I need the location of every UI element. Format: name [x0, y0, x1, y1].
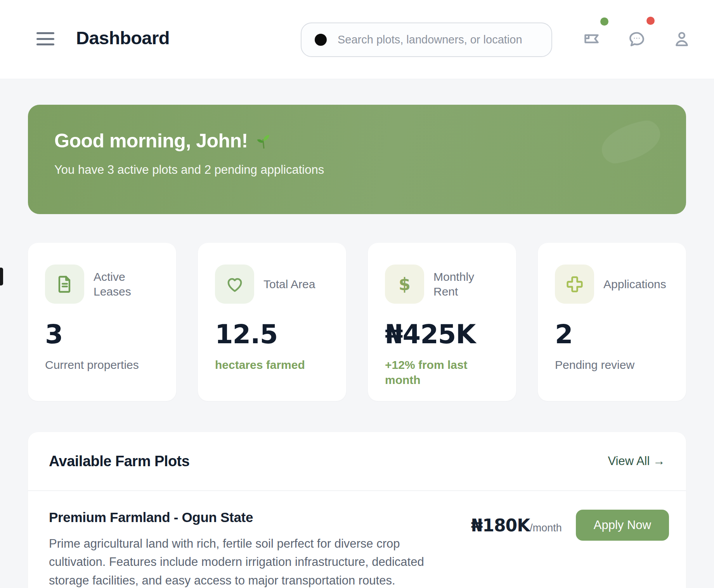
greeting-title: Good morning, John! — [54, 130, 660, 152]
file-text-icon — [45, 265, 84, 304]
stat-value: 3 — [45, 319, 159, 349]
stat-subtext: Pending review — [555, 357, 669, 372]
search-icon — [315, 34, 327, 46]
greeting-banner: Good morning, John! You have 3 active pl… — [28, 105, 686, 214]
view-all-link[interactable]: View All → — [608, 454, 665, 468]
plot-name: Premium Farmland - Ogun State — [49, 510, 441, 525]
stat-card-active-leases: Active Leases 3 Current properties — [28, 243, 176, 401]
stat-value: ₦425K — [385, 319, 499, 349]
stat-card-applications: Applications 2 Pending review — [538, 243, 686, 401]
search-bar[interactable] — [301, 22, 552, 57]
dashboard-page: Dashboard — [0, 0, 714, 588]
greeting-subtitle: You have 3 active plots and 2 pending ap… — [54, 163, 660, 177]
available-plots-panel: Available Farm Plots View All → Premium … — [28, 432, 686, 588]
menu-icon[interactable] — [36, 31, 54, 47]
plot-info: Premium Farmland - Ogun State Prime agri… — [49, 510, 441, 588]
plot-listing: Premium Farmland - Ogun State Prime agri… — [28, 491, 686, 588]
top-header: Dashboard — [0, 0, 714, 79]
main-content: Good morning, John! You have 3 active pl… — [0, 105, 714, 588]
plot-price: ₦180K/month — [471, 515, 562, 535]
heart-icon — [215, 265, 254, 304]
search-input[interactable] — [338, 33, 538, 46]
panel-header: Available Farm Plots View All → — [28, 432, 686, 491]
seedling-icon — [253, 131, 273, 151]
stat-label: Applications — [603, 277, 666, 292]
leaf-decoration-icon — [598, 118, 664, 166]
stat-label: Active Leases — [94, 270, 159, 299]
page-title: Dashboard — [76, 27, 170, 48]
stat-label: Total Area — [263, 277, 315, 292]
stat-value: 2 — [555, 319, 669, 349]
user-icon[interactable] — [672, 29, 691, 49]
greeting-text: Good morning, John! — [54, 130, 248, 152]
plot-actions: ₦180K/month Apply Now — [471, 510, 669, 541]
stat-card-total-area: Total Area 12.5 hectares farmed — [198, 243, 346, 401]
stat-value: 12.5 — [215, 319, 329, 349]
stat-subtext: Current properties — [45, 357, 159, 372]
apply-now-button[interactable]: Apply Now — [576, 510, 669, 541]
stats-row: Active Leases 3 Current properties Total… — [28, 243, 686, 401]
cross-icon — [555, 265, 594, 304]
price-amount: ₦180K — [471, 515, 530, 535]
stat-subtext: +12% from last month — [385, 357, 499, 387]
stat-label: Monthly Rent — [433, 270, 499, 299]
stat-card-monthly-rent: $ Monthly Rent ₦425K +12% from last mont… — [368, 243, 516, 401]
price-period: /month — [530, 522, 562, 534]
dollar-icon: $ — [385, 265, 424, 304]
stat-subtext: hectares farmed — [215, 357, 329, 372]
chat-icon[interactable] — [627, 29, 646, 49]
ticket-icon[interactable] — [582, 29, 601, 49]
chat-notification-badge — [646, 17, 655, 25]
ticket-status-badge — [600, 17, 608, 26]
plot-description: Prime agricultural land with rich, ferti… — [49, 534, 441, 588]
edge-handle[interactable] — [0, 268, 3, 285]
panel-title: Available Farm Plots — [49, 453, 189, 470]
